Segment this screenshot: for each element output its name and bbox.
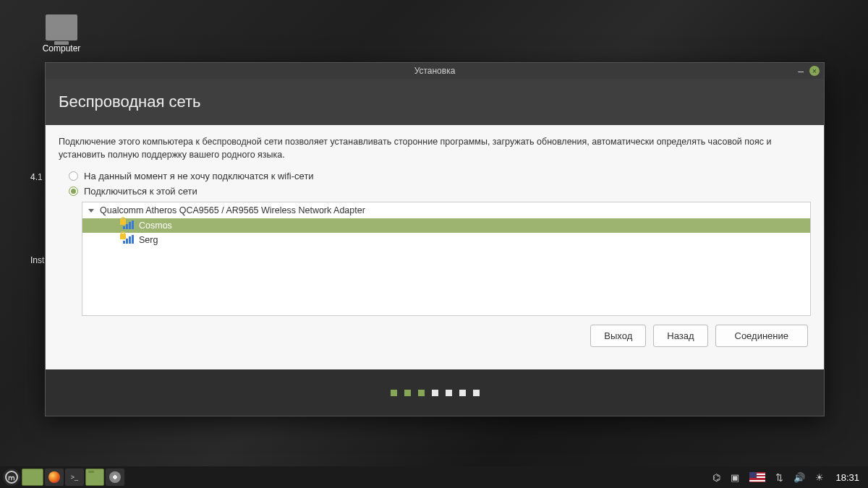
- network-adapter-row[interactable]: Qualcomm Atheros QCA9565 / AR9565 Wirele…: [82, 202, 810, 218]
- speaker-icon: 🔊: [793, 472, 805, 483]
- progress-dot: [459, 390, 466, 396]
- terminal-icon: >_: [71, 474, 78, 481]
- bluetooth-tray[interactable]: ⌬: [708, 472, 725, 483]
- desktop-icon-computer[interactable]: Computer: [36, 14, 87, 53]
- window-minimize-button[interactable]: –: [798, 66, 804, 76]
- progress-dot: [404, 390, 411, 396]
- updates-tray[interactable]: ▣: [726, 472, 744, 483]
- show-desktop-button[interactable]: [22, 468, 43, 486]
- window-titlebar[interactable]: Установка – ×: [46, 63, 824, 79]
- partial-label: 4.1: [30, 172, 43, 182]
- desktop-icon-label: Computer: [36, 43, 87, 53]
- shield-icon: ▣: [731, 472, 739, 483]
- network-item-serg[interactable]: Serg: [82, 233, 810, 247]
- files-launcher[interactable]: [85, 468, 104, 486]
- window-close-button[interactable]: ×: [809, 66, 820, 76]
- firefox-launcher[interactable]: [45, 468, 64, 486]
- progress-dot: [473, 390, 480, 396]
- radio-label: На данный момент я не хочу подключатся к…: [84, 171, 314, 181]
- radio-label: Подключиться к этой сети: [84, 186, 197, 197]
- start-menu-button[interactable]: ⅿ: [3, 468, 20, 486]
- progress-dot: [446, 390, 452, 396]
- radio-icon: [69, 187, 78, 196]
- taskbar: ⅿ >_ ⌬ ▣ ⇅ 🔊 ☀ 18:31: [0, 466, 868, 488]
- us-flag-icon: [749, 472, 765, 482]
- installer-window: Установка – × Беспроводная сеть Подключе…: [45, 62, 825, 416]
- radio-icon: [69, 171, 78, 181]
- disc-icon: [109, 471, 121, 483]
- progress-dot: [391, 390, 397, 396]
- installer-header: Беспроводная сеть: [46, 79, 824, 125]
- progress-dot: [432, 390, 438, 396]
- radio-no-wifi[interactable]: На данный момент я не хочу подключатся к…: [59, 168, 811, 184]
- page-description: Подключение этого компьютера к беспровод…: [59, 135, 811, 161]
- monitor-icon: [46, 14, 77, 40]
- network-ssid: Serg: [139, 235, 158, 245]
- page-heading: Беспроводная сеть: [59, 93, 201, 111]
- network-list: Qualcomm Atheros QCA9565 / AR9565 Wirele…: [82, 202, 811, 316]
- mint-logo-icon: ⅿ: [5, 471, 18, 484]
- bluetooth-icon: ⌬: [712, 472, 720, 483]
- wifi-secured-icon: [123, 235, 135, 245]
- partial-label: Inst: [30, 255, 44, 265]
- folder-icon: [88, 473, 101, 482]
- connect-button[interactable]: Соединение: [715, 325, 809, 347]
- network-ssid: Cosmos: [139, 221, 172, 231]
- power-tray[interactable]: ☀: [811, 472, 828, 483]
- progress-dot: [418, 390, 425, 396]
- adapter-name: Qualcomm Atheros QCA9565 / AR9565 Wirele…: [100, 205, 365, 215]
- quit-button[interactable]: Выход: [590, 325, 646, 347]
- network-item-cosmos[interactable]: Cosmos: [82, 218, 810, 233]
- terminal-launcher[interactable]: >_: [65, 468, 84, 486]
- window-title: Установка: [414, 66, 456, 76]
- firefox-icon: [48, 471, 60, 483]
- progress-dots: [46, 369, 824, 416]
- wifi-secured-icon: [123, 221, 135, 231]
- chevron-down-icon: [88, 209, 94, 213]
- installer-content: Подключение этого компьютера к беспровод…: [46, 125, 824, 369]
- brightness-icon: ☀: [815, 472, 824, 483]
- network-tray[interactable]: ⇅: [771, 472, 788, 483]
- network-icon: ⇅: [775, 472, 783, 483]
- installer-taskbar-button[interactable]: [106, 468, 124, 486]
- back-button[interactable]: Назад: [653, 325, 707, 347]
- keyboard-layout-tray[interactable]: [745, 472, 770, 482]
- clock[interactable]: 18:31: [830, 472, 865, 483]
- volume-tray[interactable]: 🔊: [789, 472, 809, 483]
- radio-connect-network[interactable]: Подключиться к этой сети: [59, 184, 811, 199]
- button-row: Выход Назад Соединение: [59, 325, 811, 347]
